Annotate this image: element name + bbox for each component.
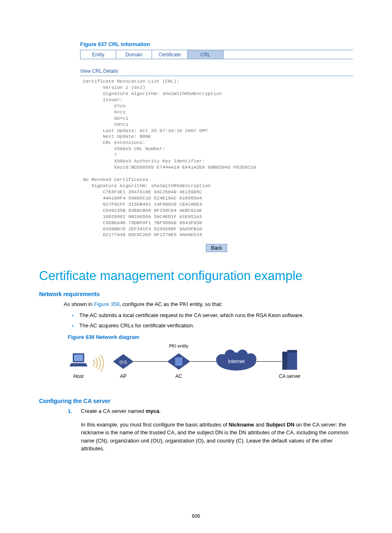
ca-server-icon [282,350,297,370]
svg-rect-12 [287,350,297,370]
step-title-suffix: . [159,408,161,414]
ca-server-label: CA server [279,373,301,379]
internet-label: Internet [228,359,245,364]
ac-label: AC [175,373,182,379]
network-diagram: PKI entity ((•)) [68,343,353,385]
pki-entity-label: PKI entity [169,343,189,348]
svg-rect-13 [287,350,297,352]
intro-suffix: , configure the AC as the PKI entity, so… [120,301,223,307]
host-icon [69,353,88,366]
svg-rect-11 [282,352,287,370]
subjectdn-bold: Subject DN [266,422,294,428]
network-requirements-heading: Network requirements [39,291,353,297]
crl-output: Certificate Revocation List (CRL): Versi… [80,79,353,238]
configure-steps: 1. Create a CA server named myca. [68,408,353,415]
svg-rect-5 [175,357,182,366]
nickname-bold: Nickname [229,422,254,428]
network-bullets: The AC submits a local certificate reque… [68,312,353,330]
ap-icon: ((•)) [113,354,134,369]
figure-638-title: Figure 638 Network diagram [68,334,353,340]
network-intro: As shown in Figure 359, configure the AC… [64,301,353,308]
tab-entity[interactable]: Entity [80,50,116,59]
tab-certificate[interactable]: Certificate [152,50,188,59]
ac-icon [167,353,190,370]
configure-ca-heading: Configuring the CA server [39,398,353,404]
body-part: and [254,422,266,428]
page-number: 606 [0,513,392,519]
svg-rect-1 [74,355,83,361]
list-item: The AC acquires CRLs for certificate ver… [68,322,353,330]
figure-359-link[interactable]: Figure 359 [94,301,120,307]
tab-domain[interactable]: Domain [116,50,152,59]
step-1: 1. Create a CA server named myca. [68,408,353,415]
body-part: In this example, you must first configur… [81,422,229,428]
host-label: Host [74,373,84,379]
separator [80,76,353,76]
back-button[interactable]: Back [206,244,228,252]
internet-cloud-icon: Internet [216,350,256,371]
figure-637-title: Figure 637 CRL information [80,41,353,47]
intro-prefix: As shown in [64,301,94,307]
section-title: Certificate management configuration exa… [39,269,353,283]
step-title-bold: myca [146,408,159,414]
ap-label: AP [120,373,127,379]
svg-text:((•)): ((•)) [120,359,127,364]
view-crl-details-label: View CRL Details [80,68,353,74]
list-item: The AC submits a local certificate reque… [68,312,353,320]
step-number: 1. [68,408,72,415]
tab-bar: Entity Domain Certificate CRL [80,50,353,59]
step-title-prefix: Create a CA server named [81,408,146,414]
step-1-body: In this example, you must first configur… [81,421,353,453]
tab-crl[interactable]: CRL [188,50,224,59]
wifi-icon [93,355,104,371]
